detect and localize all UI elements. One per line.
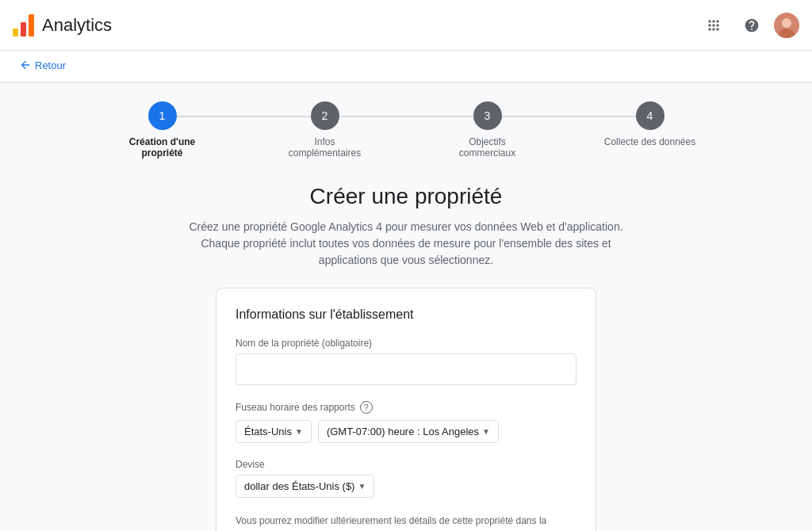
step-1: 1 Création d'une propriété [81,101,243,159]
timezone-label-row: Fuseau horaire des rapports ? [236,401,576,414]
timezone-select-row: États-Unis ▼ (GMT-07:00) heure : Los Ang… [236,420,576,443]
step-2: 2 Infos complémentaires [243,101,406,159]
currency-label: Devise [236,459,576,470]
timezone-label: Fuseau horaire des rapports [236,402,355,413]
step-3: 3 Objectifs commerciaux [406,101,569,159]
currency-dropdown[interactable]: dollar des États-Unis ($) ▼ [236,475,374,498]
admin-note: Vous pourrez modifier ultérieurement les… [236,514,576,531]
property-name-label: Nom de la propriété (obligatoire) [236,338,576,349]
avatar[interactable] [774,13,799,38]
step-1-circle: 1 [148,101,177,130]
svg-point-1 [782,18,791,28]
card-title: Informations sur l'établissement [236,308,576,322]
step-4-label: Collecte des données [604,136,695,147]
currency-field: Devise dollar des États-Unis ($) ▼ [236,459,576,498]
page-heading: Créer une propriété [310,184,503,209]
header-right [698,10,799,41]
timezone-help-icon[interactable]: ? [360,401,373,414]
step-1-label: Création d'une propriété [115,136,210,159]
help-button[interactable] [736,10,768,41]
header-left: Analytics [13,14,112,36]
property-name-input[interactable] [236,353,576,385]
currency-select-row: dollar des États-Unis ($) ▼ [236,475,576,498]
country-dropdown[interactable]: États-Unis ▼ [236,420,312,443]
step-2-circle: 2 [311,101,339,130]
step-4: 4 Collecte des données [569,101,731,147]
currency-chevron-icon: ▼ [358,482,366,491]
main-content: 1 Création d'une propriété 2 Infos compl… [0,82,812,531]
header: Analytics [0,0,812,51]
timezone-field: Fuseau horaire des rapports ? États-Unis… [236,401,576,443]
timezone-dropdown[interactable]: (GMT-07:00) heure : Los Angeles ▼ [318,420,499,443]
back-link[interactable]: Retour [19,59,66,71]
timezone-chevron-icon: ▼ [482,427,490,436]
grid-menu-button[interactable] [698,10,730,41]
app-title: Analytics [42,15,112,36]
step-4-circle: 4 [636,101,665,130]
establishment-card: Informations sur l'établissement Nom de … [216,288,596,531]
page-subtext: Créez une propriété Google Analytics 4 p… [176,219,636,269]
step-3-circle: 3 [473,101,502,130]
stepper: 1 Création d'une propriété 2 Infos compl… [81,101,731,159]
analytics-logo-icon [13,14,34,36]
step-3-label: Objectifs commerciaux [440,136,535,159]
property-name-field: Nom de la propriété (obligatoire) [236,338,576,385]
back-bar: Retour [0,51,812,82]
country-chevron-icon: ▼ [295,427,303,436]
step-2-label: Infos complémentaires [278,136,373,159]
